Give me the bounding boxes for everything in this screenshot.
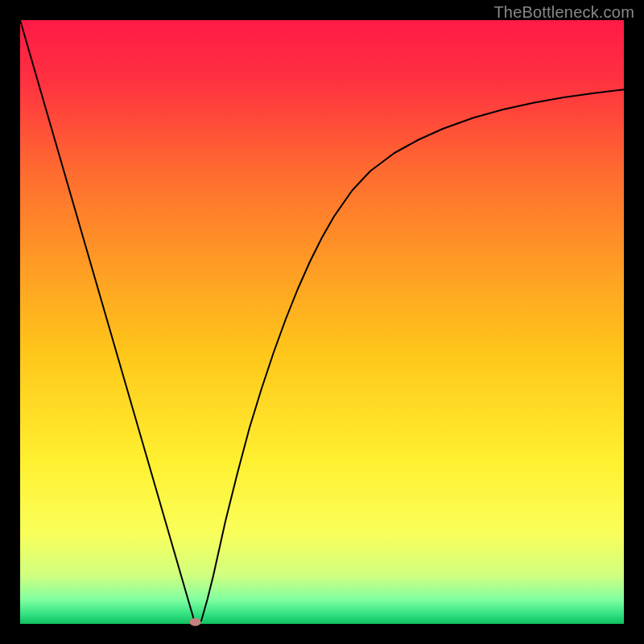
- minimum-point-marker: [190, 618, 201, 626]
- watermark-text: TheBottleneck.com: [493, 3, 634, 22]
- plot-background: [20, 20, 624, 624]
- bottleneck-chart: [0, 0, 644, 644]
- chart-container: { "watermark": "TheBottleneck.com", "cha…: [0, 0, 644, 644]
